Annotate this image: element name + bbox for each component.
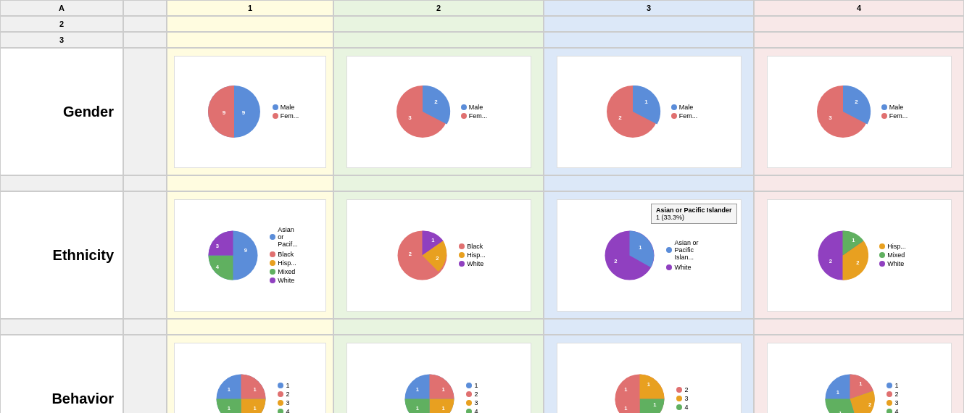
ethnicity-chart-box-1: 9 4 3 AsianorPacif... Black Hisp... Mixe… — [174, 199, 326, 312]
cell-2-r2 — [333, 16, 544, 32]
gender-pie-4: 2 3 — [810, 79, 876, 144]
ethnicity-chart-1: 9 4 3 AsianorPacif... Black Hisp... Mixe… — [167, 191, 333, 319]
ethnicity-chart-box-2: 2 1 2 Black Hisp... White — [346, 199, 531, 312]
behavior-legend-2: 1 2 3 4 — [466, 382, 478, 413]
spacer-10-4 — [754, 175, 964, 191]
spacer-10-b — [123, 175, 167, 191]
gender-chart-4: 2 3 Male Fem... — [754, 48, 964, 175]
behavior-pie-3: 1 1 1 1 — [609, 368, 670, 414]
cell-4-r3 — [754, 32, 964, 48]
gender-pie-1: 9 9 — [202, 79, 267, 144]
spacer-19-b — [123, 319, 167, 335]
gender-chart-box-1: 9 9 Male Fem... — [174, 56, 326, 168]
col-b-r3 — [123, 32, 167, 48]
ethnicity-pie-1: 9 4 3 — [202, 225, 264, 286]
behavior-legend-1: 1 2 3 4 — [278, 382, 289, 413]
cell-2-r3 — [333, 32, 544, 48]
gender-chart-2: 2 3 Male Fem... — [333, 48, 544, 175]
svg-text:3: 3 — [216, 243, 219, 249]
row-num-3: 3 — [0, 32, 123, 48]
ethnicity-legend-3: Asian orPacificIslan... White — [666, 239, 698, 271]
col-header-4: 4 — [754, 0, 964, 16]
svg-text:9: 9 — [244, 247, 247, 254]
cell-3-r3 — [544, 32, 754, 48]
svg-text:2: 2 — [868, 401, 871, 407]
spacer-19-2 — [333, 319, 544, 335]
tooltip-value: 1 (33.3%) — [656, 214, 732, 221]
gender-chart-box-3: 1 2 Male Fem... — [557, 56, 742, 168]
gender-legend-3: Male Fem... — [671, 104, 698, 120]
ethnicity-pie-2: 2 1 2 — [391, 225, 453, 286]
svg-text:2: 2 — [829, 257, 832, 264]
svg-text:1: 1 — [416, 386, 420, 393]
ethnicity-chart-4: 2 2 1 Hisp... Mixed White — [754, 191, 964, 319]
ethnicity-pie-4: 2 2 1 — [812, 225, 873, 286]
behavior-label: Behavior — [0, 335, 123, 413]
svg-text:9: 9 — [223, 109, 226, 116]
ethnicity-pie-3: 1 2 — [599, 225, 660, 286]
gender-legend-2: Male Fem... — [461, 104, 488, 120]
col-header-2: 2 — [333, 0, 544, 16]
ethnicity-legend-4: Hisp... Mixed White — [879, 243, 906, 267]
col-header-1: 1 — [167, 0, 333, 16]
cell-4-r2 — [754, 16, 964, 32]
spacer-10-1 — [167, 175, 333, 191]
col-header-a: A — [0, 0, 123, 16]
svg-text:2: 2 — [434, 99, 438, 105]
gender-label: Gender — [0, 48, 123, 175]
ethnicity-legend-1: AsianorPacif... Black Hisp... Mixed Whit… — [270, 226, 298, 284]
behavior-pie-4: 1 1 2 1 — [819, 368, 881, 414]
ethnicity-chart-box-3: Asian or Pacific Islander 1 (33.3%) 1 2 … — [557, 199, 742, 312]
svg-text:2: 2 — [618, 114, 622, 121]
col-b-ethnicity — [123, 191, 167, 319]
gender-chart-box-4: 2 3 Male Fem... — [767, 56, 952, 168]
svg-text:1: 1 — [228, 386, 231, 393]
behavior-chart-box-2: 1 1 1 1 1 2 3 4 — [346, 343, 531, 414]
ethnicity-chart-2: 2 1 2 Black Hisp... White — [333, 191, 544, 319]
svg-text:2: 2 — [856, 259, 859, 266]
col-header-3: 3 — [544, 0, 754, 16]
behavior-pie-2: 1 1 1 1 — [399, 368, 460, 414]
row-num-2: 2 — [0, 16, 123, 32]
col-b-gender — [123, 48, 167, 175]
ethnicity-label: Ethnicity — [0, 191, 123, 319]
gender-legend-4: Male Fem... — [881, 104, 908, 120]
ethnicity-chart-3: Asian or Pacific Islander 1 (33.3%) 1 2 … — [544, 191, 754, 319]
cell-1-r2 — [167, 16, 333, 32]
behavior-chart-3: 1 1 1 1 2 3 4 — [544, 335, 754, 413]
svg-text:2: 2 — [855, 99, 858, 105]
ethnicity-legend-2: Black Hisp... White — [459, 243, 486, 267]
cell-3-r2 — [544, 16, 754, 32]
spacer-19-4 — [754, 319, 964, 335]
ethnicity-tooltip-3: Asian or Pacific Islander 1 (33.3%) — [651, 204, 737, 224]
behavior-chart-box-1: 1 1 1 1 1 2 3 4 — [174, 343, 326, 414]
svg-text:2: 2 — [409, 250, 412, 256]
svg-text:2: 2 — [436, 255, 439, 262]
svg-text:1: 1 — [228, 404, 231, 411]
spacer-19-1 — [167, 319, 333, 335]
behavior-chart-1: 1 1 1 1 1 2 3 4 — [167, 335, 333, 413]
behavior-chart-box-4: 1 1 2 1 1 2 3 4 — [767, 343, 952, 414]
spacer-10-2 — [333, 175, 544, 191]
svg-text:2: 2 — [615, 257, 618, 264]
svg-text:3: 3 — [829, 114, 832, 121]
behavior-legend-3: 2 3 4 — [676, 386, 688, 411]
svg-text:1: 1 — [416, 404, 420, 411]
svg-text:1: 1 — [644, 99, 648, 105]
svg-text:3: 3 — [408, 114, 412, 121]
ethnicity-chart-box-4: 2 2 1 Hisp... Mixed White — [767, 199, 952, 312]
spacer-19-label — [0, 319, 123, 335]
cell-1-r3 — [167, 32, 333, 48]
col-b-r2 — [123, 16, 167, 32]
behavior-chart-2: 1 1 1 1 1 2 3 4 — [333, 335, 544, 413]
gender-chart-3: 1 2 Male Fem... — [544, 48, 754, 175]
behavior-pie-1: 1 1 1 1 — [210, 368, 272, 414]
behavior-legend-4: 1 2 3 4 — [886, 382, 898, 413]
behavior-chart-box-3: 1 1 1 1 2 3 4 — [557, 343, 742, 414]
svg-text:9: 9 — [242, 109, 246, 116]
gender-legend-1: Male Fem... — [273, 104, 299, 120]
gender-chart-1: 9 9 Male Fem... — [167, 48, 333, 175]
behavior-chart-4: 1 1 2 1 1 2 3 4 — [754, 335, 964, 413]
spacer-10-label — [0, 175, 123, 191]
spacer-10-3 — [544, 175, 754, 191]
